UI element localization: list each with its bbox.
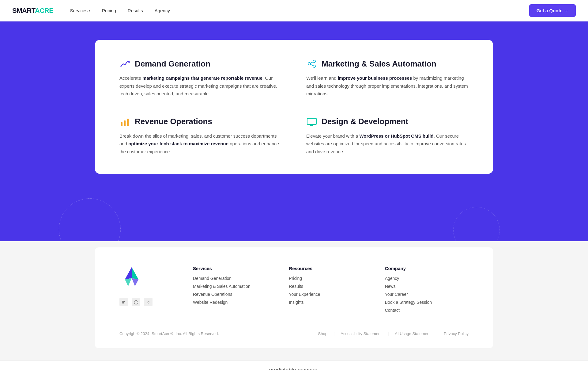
instagram-icon[interactable]: ◯ <box>132 298 140 306</box>
svg-marker-15 <box>132 278 138 286</box>
spotify-icon[interactable]: ♫ <box>144 298 153 306</box>
footer-link-pricing[interactable]: Pricing <box>289 276 372 281</box>
logo-acre: ACRE <box>35 7 53 14</box>
footer-services-col: Services Demand Generation Marketing & S… <box>193 266 277 313</box>
footer-link-your-experience[interactable]: Your Experience <box>289 292 372 297</box>
svg-marker-13 <box>132 267 138 279</box>
footer-resources-links: Pricing Results Your Experience Insights <box>289 276 372 305</box>
svg-rect-5 <box>121 122 123 126</box>
service-header-demand: Demand Generation <box>119 58 282 69</box>
service-revenue-operations: Revenue Operations Break down the silos … <box>119 116 282 156</box>
service-title-design: Design & Development <box>322 117 408 126</box>
footer-logo <box>119 266 144 290</box>
marketing-automation-icon <box>306 58 317 69</box>
footer-grid: in ◯ ♫ Services Demand Generation Market… <box>119 266 469 313</box>
services-section: Demand Generation Accelerate marketing c… <box>0 21 588 192</box>
footer-company-title: Company <box>385 266 469 271</box>
footer-link-contact[interactable]: Contact <box>385 308 469 313</box>
service-header-marketing: Marketing & Sales Automation <box>306 58 469 69</box>
service-marketing-automation: Marketing & Sales Automation We'll learn… <box>306 58 469 98</box>
footer-services-links: Demand Generation Marketing & Sales Auto… <box>193 276 277 305</box>
service-desc-design: Elevate your brand with a WordPress or H… <box>306 132 469 156</box>
footer-company-links: Agency News Your Career Book a Strategy … <box>385 276 469 313</box>
logo-smart: SMART <box>12 7 35 14</box>
bottom-teaser: predictable revenue. <box>0 360 588 370</box>
service-desc-demand: Accelerate marketing campaigns that gene… <box>119 74 282 98</box>
footer-link-agency[interactable]: Agency <box>385 276 469 281</box>
logo[interactable]: SMARTACRE <box>12 7 53 15</box>
footer-bottom: Copyright© 2024. SmartAcre®, Inc. All Ri… <box>119 325 469 336</box>
nav-services[interactable]: Services ▾ <box>66 6 95 16</box>
get-quote-button[interactable]: Get a Quote → <box>529 4 576 17</box>
service-title-demand: Demand Generation <box>135 59 210 69</box>
footer-link-your-career[interactable]: Your Career <box>385 292 469 297</box>
svg-point-1 <box>313 60 315 63</box>
footer-link-revenue-ops[interactable]: Revenue Operations <box>193 292 277 297</box>
svg-rect-11 <box>307 118 316 119</box>
service-header-design: Design & Development <box>306 116 469 127</box>
legal-sep-1: | <box>334 331 334 336</box>
service-design-development: Design & Development Elevate your brand … <box>306 116 469 156</box>
chevron-down-icon: ▾ <box>89 9 90 12</box>
svg-point-0 <box>308 63 311 65</box>
purple-spacer-section <box>0 192 588 241</box>
footer-link-ai-usage[interactable]: AI Usage Statement <box>395 331 430 336</box>
service-title-marketing: Marketing & Sales Automation <box>322 59 436 69</box>
footer-link-demand-gen[interactable]: Demand Generation <box>193 276 277 281</box>
navbar: SMARTACRE Services ▾ Pricing Results Age… <box>0 0 588 21</box>
demand-generation-icon <box>119 58 130 69</box>
footer-link-insights[interactable]: Insights <box>289 300 372 305</box>
nav-pricing[interactable]: Pricing <box>98 6 120 16</box>
nav-results[interactable]: Results <box>123 6 147 16</box>
svg-rect-6 <box>124 120 126 126</box>
footer-company-col: Company Agency News Your Career Book a S… <box>385 266 469 313</box>
footer-copyright: Copyright© 2024. SmartAcre®, Inc. All Ri… <box>119 331 219 336</box>
services-card: Demand Generation Accelerate marketing c… <box>95 40 493 174</box>
service-header-revenue: Revenue Operations <box>119 116 282 127</box>
svg-marker-12 <box>125 267 132 279</box>
footer-link-marketing-auto[interactable]: Marketing & Sales Automation <box>193 284 277 289</box>
nav-agency[interactable]: Agency <box>150 6 174 16</box>
footer-link-shop[interactable]: Shop <box>318 331 327 336</box>
svg-line-4 <box>311 64 313 66</box>
legal-sep-2: | <box>388 331 389 336</box>
footer-link-website-redesign[interactable]: Website Redesign <box>193 300 277 305</box>
footer-logo-col: in ◯ ♫ <box>119 266 181 313</box>
nav-links: Services ▾ Pricing Results Agency <box>66 6 529 16</box>
service-desc-revenue: Break down the silos of marketing, sales… <box>119 132 282 156</box>
footer-resources-title: Resources <box>289 266 372 271</box>
footer-services-title: Services <box>193 266 277 271</box>
service-title-revenue: Revenue Operations <box>135 117 212 126</box>
footer-link-results[interactable]: Results <box>289 284 372 289</box>
svg-line-3 <box>311 62 313 63</box>
service-desc-marketing: We'll learn and improve your business pr… <box>306 74 469 98</box>
svg-point-2 <box>313 65 315 67</box>
footer-link-book-strategy[interactable]: Book a Strategy Session <box>385 300 469 305</box>
footer-link-news[interactable]: News <box>385 284 469 289</box>
footer: in ◯ ♫ Services Demand Generation Market… <box>0 241 588 360</box>
legal-sep-3: | <box>437 331 438 336</box>
svg-rect-7 <box>127 119 129 126</box>
linkedin-icon[interactable]: in <box>119 298 128 306</box>
design-development-icon <box>306 116 317 127</box>
revenue-operations-icon <box>119 116 130 127</box>
footer-resources-col: Resources Pricing Results Your Experienc… <box>289 266 372 313</box>
footer-social: in ◯ ♫ <box>119 298 153 306</box>
footer-link-privacy[interactable]: Privacy Policy <box>444 331 469 336</box>
footer-link-accessibility[interactable]: Accessibility Statement <box>341 331 382 336</box>
service-demand-generation: Demand Generation Accelerate marketing c… <box>119 58 282 98</box>
footer-legal: Shop | Accessibility Statement | AI Usag… <box>318 331 469 336</box>
footer-card: in ◯ ♫ Services Demand Generation Market… <box>95 247 493 348</box>
svg-marker-14 <box>125 278 132 286</box>
